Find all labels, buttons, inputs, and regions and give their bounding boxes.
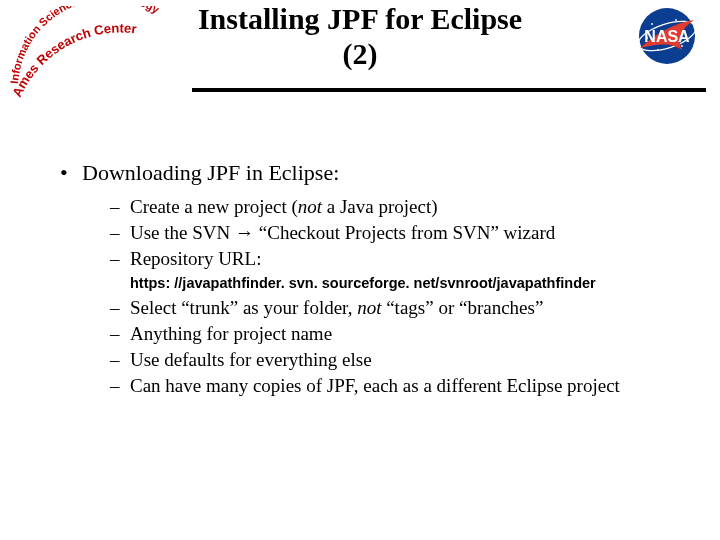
dash-icon: – [110, 220, 130, 246]
item-text: Use defaults for everything else [130, 347, 680, 373]
dash-icon: – [110, 321, 130, 347]
sublist-b: – Select “trunk” as your folder, not “ta… [110, 295, 680, 400]
list-item: – Create a new project (not a Java proje… [110, 194, 680, 220]
main-heading: Downloading JPF in Eclipse: [82, 160, 339, 185]
dash-icon: – [110, 194, 130, 220]
dash-icon: – [110, 295, 130, 321]
list-item: – Select “trunk” as your folder, not “ta… [110, 295, 680, 321]
header-rule [192, 88, 706, 92]
title-line-2: (2) [343, 37, 378, 70]
svg-point-6 [681, 45, 683, 47]
svg-point-4 [651, 23, 653, 25]
list-item: – Use the SVN → “Checkout Projects from … [110, 220, 680, 246]
slide-header: Information Sciences & Technology Ames R… [0, 0, 720, 105]
title-line-1: Installing JPF for Eclipse [198, 2, 522, 35]
nasa-text: NASA [644, 28, 690, 45]
list-item: – Use defaults for everything else [110, 347, 680, 373]
svg-point-5 [675, 19, 677, 21]
list-item: – Anything for project name [110, 321, 680, 347]
item-text: Select “trunk” as your folder, not “tags… [130, 295, 680, 321]
dash-icon: – [110, 373, 130, 399]
svg-point-7 [657, 49, 659, 51]
slide-title: Installing JPF for Eclipse (2) [150, 2, 570, 71]
dash-icon: – [110, 347, 130, 373]
item-text: Can have many copies of JPF, each as a d… [130, 373, 680, 399]
nasa-logo: NASA [632, 6, 702, 66]
item-text: Use the SVN → “Checkout Projects from SV… [130, 220, 680, 246]
sublist-a: – Create a new project (not a Java proje… [110, 194, 680, 273]
item-text: Anything for project name [130, 321, 680, 347]
item-text: Repository URL: [130, 246, 680, 272]
bullet-level1: •Downloading JPF in Eclipse: [60, 160, 680, 186]
dash-icon: – [110, 246, 130, 272]
item-text: Create a new project (not a Java project… [130, 194, 680, 220]
list-item: – Repository URL: [110, 246, 680, 272]
bullet-dot: • [60, 160, 82, 186]
slide-body: •Downloading JPF in Eclipse: – Create a … [60, 160, 680, 400]
list-item: – Can have many copies of JPF, each as a… [110, 373, 680, 399]
repository-url: https: //javapathfinder. svn. sourceforg… [130, 275, 680, 291]
